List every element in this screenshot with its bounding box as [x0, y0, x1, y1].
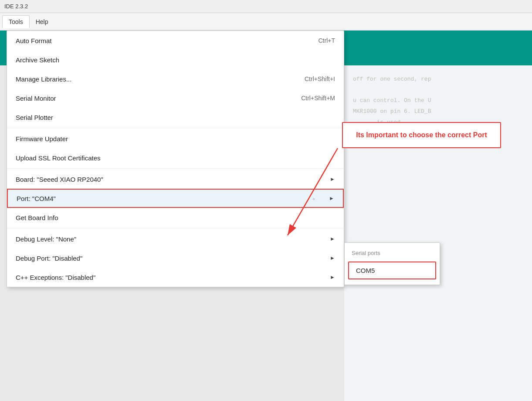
code-line-3: u can control. On the U	[353, 95, 523, 106]
divider-1	[7, 128, 344, 128]
manage-libraries-label: Manage Libraries...	[16, 75, 71, 83]
port-arrow: ►	[329, 195, 334, 201]
debug-level-label: Debug Level: "None"	[16, 235, 76, 243]
divider-2	[7, 168, 344, 169]
cpp-exceptions-label: C++ Exceptions: "Disabled"	[16, 274, 95, 281]
board-arrow: ►	[330, 176, 335, 182]
important-callout: Its Important to choose the correct Port	[342, 122, 501, 148]
menu-item-debug-level[interactable]: Debug Level: "None" ►	[7, 229, 344, 248]
menu-item-upload-ssl[interactable]: Upload SSL Root Certificates	[7, 148, 344, 167]
menu-item-get-board-info[interactable]: Get Board Info	[7, 208, 344, 227]
divider-3	[7, 228, 344, 228]
serial-port-com5[interactable]: COM5	[348, 262, 436, 279]
debug-level-arrow: ►	[330, 236, 335, 242]
menu-item-manage-libraries[interactable]: Manage Libraries... Ctrl+Shift+I	[7, 69, 344, 88]
menu-item-serial-monitor[interactable]: Serial Monitor Ctrl+Shift+M	[7, 88, 344, 108]
serial-monitor-label: Serial Monitor	[16, 95, 56, 102]
menu-item-serial-plotter[interactable]: Serial Plotter	[7, 108, 344, 127]
code-line-2	[353, 85, 523, 96]
manage-libraries-shortcut: Ctrl+Shift+I	[305, 75, 335, 82]
cursor-icon: ▹	[312, 195, 316, 202]
board-label: Board: "Seeed XIAO RP2040"	[16, 176, 103, 183]
title-bar: IDE 2.3.2	[0, 0, 532, 13]
menu-item-cpp-exceptions[interactable]: C++ Exceptions: "Disabled" ►	[7, 268, 344, 287]
cpp-exceptions-arrow: ►	[330, 274, 335, 280]
bg-code-area: off for one second, rep u can control. O…	[344, 65, 532, 401]
menu-item-debug-port[interactable]: Debug Port: "Disabled" ►	[7, 248, 344, 268]
menu-item-auto-format[interactable]: Auto Format Ctrl+T	[7, 31, 344, 50]
callout-text: Its Important to choose the correct Port	[351, 130, 492, 140]
auto-format-label: Auto Format	[16, 37, 52, 44]
menu-item-archive-sketch[interactable]: Archive Sketch	[7, 50, 344, 69]
help-menu[interactable]: Help	[30, 16, 54, 28]
code-line-1: off for one second, rep	[353, 74, 523, 85]
debug-port-label: Debug Port: "Disabled"	[16, 255, 82, 262]
menu-item-firmware-updater[interactable]: Firmware Updater	[7, 129, 344, 148]
app-title: IDE 2.3.2	[4, 3, 28, 10]
code-line-4: MKR1000 on pin 6. LED_B	[353, 106, 523, 117]
menu-bar: Tools Help	[0, 13, 532, 31]
archive-sketch-label: Archive Sketch	[16, 56, 59, 64]
serial-plotter-label: Serial Plotter	[16, 114, 53, 121]
debug-port-arrow: ►	[330, 255, 335, 261]
serial-ports-header: Serial ports	[345, 246, 440, 260]
serial-monitor-shortcut: Ctrl+Shift+M	[301, 95, 335, 102]
get-board-info-label: Get Board Info	[16, 214, 58, 221]
port-label: Port: "COM4"	[17, 195, 56, 202]
auto-format-shortcut: Ctrl+T	[319, 37, 335, 44]
menu-item-port[interactable]: Port: "COM4" ▹ ►	[7, 189, 344, 208]
tools-dropdown: Auto Format Ctrl+T Archive Sketch Manage…	[7, 31, 344, 287]
upload-ssl-label: Upload SSL Root Certificates	[16, 154, 101, 162]
firmware-updater-label: Firmware Updater	[16, 135, 68, 143]
serial-ports-submenu: Serial ports COM5	[344, 242, 440, 285]
menu-item-board[interactable]: Board: "Seeed XIAO RP2040" ►	[7, 170, 344, 189]
tools-menu[interactable]: Tools	[2, 15, 30, 28]
